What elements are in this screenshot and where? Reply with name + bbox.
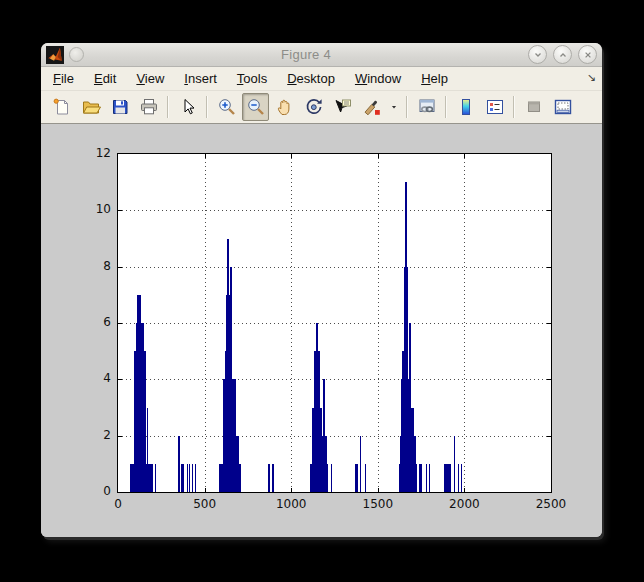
menu-desktop[interactable]: Desktop <box>277 69 345 88</box>
histogram-bar <box>227 239 229 493</box>
pan-button[interactable] <box>271 93 298 121</box>
histogram-bar <box>195 464 196 492</box>
toolbar-separator <box>167 96 169 118</box>
insert-legend-button[interactable] <box>481 93 508 121</box>
toolbar <box>41 91 602 124</box>
y-tick-label: 2 <box>77 428 111 442</box>
hide-plot-tools-button <box>520 93 547 121</box>
histogram-bar <box>454 436 455 492</box>
gridline-x-1000 <box>291 154 292 492</box>
unshade-window-button[interactable] <box>553 45 572 64</box>
menu-overflow-arrow-icon[interactable]: ↘ <box>587 71 596 84</box>
link-plot-button[interactable] <box>413 93 440 121</box>
plot-area[interactable]: 05001000150020002500024681012 <box>117 153 552 493</box>
show-plot-tools-icon <box>553 97 573 117</box>
histogram-bar <box>272 464 274 492</box>
unshade-window-icon <box>558 50 568 60</box>
x-tick <box>205 488 206 492</box>
y-tick <box>118 436 122 437</box>
y-tick-label: 10 <box>77 202 111 216</box>
shade-window-button[interactable] <box>528 45 547 64</box>
hide-plot-tools-icon <box>524 97 544 117</box>
edit-plot-icon <box>178 97 198 117</box>
menu-insert[interactable]: Insert <box>174 69 227 88</box>
x-tick-label: 2000 <box>442 497 486 511</box>
show-plot-tools-button[interactable] <box>549 93 576 121</box>
menu-window[interactable]: Window <box>345 69 411 88</box>
y-tick <box>547 323 551 324</box>
menu-tools[interactable]: Tools <box>227 69 277 88</box>
save-figure-button[interactable] <box>106 93 133 121</box>
title-bar[interactable]: Figure 4 <box>41 43 602 67</box>
histogram-bar <box>419 464 422 492</box>
gridline-y-10 <box>118 210 551 211</box>
y-tick <box>118 267 122 268</box>
histogram-bar <box>355 464 358 492</box>
x-tick <box>378 488 379 492</box>
x-tick-label: 1500 <box>356 497 400 511</box>
edit-plot-button[interactable] <box>174 93 201 121</box>
menu-help[interactable]: Help <box>411 69 458 88</box>
histogram-bar <box>429 464 430 492</box>
y-tick-label: 0 <box>77 484 111 498</box>
histogram-bar <box>155 464 156 492</box>
link-plot-icon <box>417 97 437 117</box>
dropdown-arrow-button[interactable] <box>387 93 401 121</box>
histogram-bar <box>458 464 459 492</box>
y-tick-label: 8 <box>77 259 111 273</box>
histogram-bar <box>323 379 325 492</box>
histogram-bar <box>360 436 361 492</box>
gridline-x-1500 <box>378 154 379 492</box>
histogram-bar <box>181 464 184 492</box>
menu-file[interactable]: File <box>43 69 84 88</box>
x-tick-label: 2500 <box>529 497 573 511</box>
brush-button[interactable] <box>358 93 385 121</box>
print-figure-button[interactable] <box>135 93 162 121</box>
rotate-3d-button[interactable] <box>300 93 327 121</box>
histogram-bar <box>236 436 239 492</box>
y-tick <box>547 210 551 211</box>
window-title: Figure 4 <box>84 47 528 62</box>
menu-edit[interactable]: Edit <box>84 69 126 88</box>
zoom-in-button[interactable] <box>213 93 240 121</box>
histogram-bar <box>187 464 188 492</box>
x-tick <box>378 154 379 158</box>
x-tick <box>464 154 465 158</box>
x-tick <box>464 488 465 492</box>
histogram-bar <box>405 182 407 492</box>
histogram-bar <box>331 464 332 492</box>
window-menu-button[interactable] <box>69 47 84 62</box>
toolbar-separator <box>406 96 408 118</box>
menu-view[interactable]: View <box>126 69 174 88</box>
y-tick <box>118 323 122 324</box>
y-tick <box>118 210 122 211</box>
dropdown-arrow-icon <box>388 97 400 117</box>
open-file-button[interactable] <box>77 93 104 121</box>
histogram-bar <box>409 323 411 492</box>
insert-colorbar-button[interactable] <box>452 93 479 121</box>
new-figure-button[interactable] <box>48 93 75 121</box>
shade-window-icon <box>533 50 543 60</box>
zoom-out-button[interactable] <box>242 93 269 121</box>
insert-legend-icon <box>485 97 505 117</box>
x-tick <box>205 154 206 158</box>
x-tick <box>291 154 292 158</box>
print-figure-icon <box>139 97 159 117</box>
figure-window: Figure 4 FileEditViewInsertToolsDesktopW… <box>41 43 602 537</box>
data-cursor-button[interactable] <box>329 93 356 121</box>
y-tick-label: 6 <box>77 315 111 329</box>
histogram-bar <box>230 267 232 492</box>
y-tick <box>547 436 551 437</box>
histogram-bar <box>365 464 366 492</box>
x-tick <box>291 488 292 492</box>
data-cursor-icon <box>333 97 353 117</box>
close-window-icon <box>583 50 593 60</box>
histogram-bar <box>426 464 427 492</box>
close-window-button[interactable] <box>578 45 597 64</box>
histogram-bar <box>189 464 190 492</box>
histogram-bar <box>461 464 462 492</box>
histogram-bar <box>178 436 180 492</box>
brush-icon <box>362 97 382 117</box>
histogram-bar <box>139 295 141 492</box>
zoom-out-icon <box>246 97 266 117</box>
